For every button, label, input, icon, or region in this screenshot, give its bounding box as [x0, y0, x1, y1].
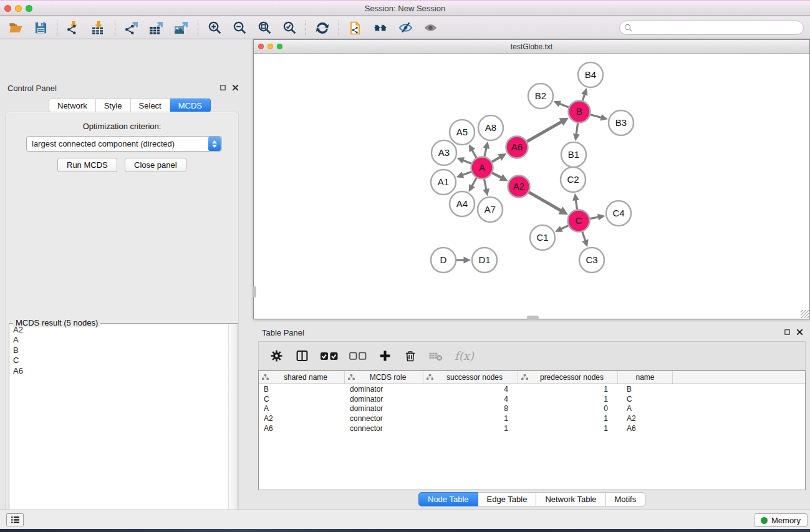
edge-C-C3[interactable] — [582, 232, 586, 242]
network-canvas[interactable]: AA1A2A3A4A5A6A7A8BB1B2B3B4CC1C2C3C4DD1 — [254, 54, 809, 319]
tab-network-table[interactable]: Network Table — [536, 492, 605, 506]
tab-mcds[interactable]: MCDS — [170, 99, 211, 112]
vertical-scrollbar-thumb[interactable] — [253, 286, 256, 297]
graph-node-C1[interactable]: C1 — [530, 225, 555, 250]
zoom-fit-button[interactable] — [254, 18, 275, 38]
result-scrollbar[interactable] — [228, 324, 237, 532]
graph-node-B1[interactable]: B1 — [561, 142, 586, 167]
show-all-button[interactable] — [420, 18, 441, 38]
optimization-criterion-select[interactable]: largest connected component (directed) — [26, 136, 222, 152]
horizontal-scrollbar-thumb[interactable] — [527, 316, 539, 319]
save-session-button[interactable] — [30, 18, 51, 38]
graph-node-D[interactable]: D — [431, 248, 456, 273]
graph-node-A8[interactable]: A8 — [478, 115, 503, 140]
edge-A-A7[interactable] — [485, 179, 486, 190]
delete-column-button[interactable] — [403, 346, 418, 366]
table-row[interactable]: A2connector11A2 — [259, 414, 805, 423]
select-all-checks-button[interactable] — [320, 346, 339, 366]
show-panels-button[interactable] — [6, 513, 24, 526]
graph-node-B4[interactable]: B4 — [578, 62, 603, 87]
result-item[interactable]: A — [13, 335, 228, 345]
edge-A6-B[interactable] — [527, 122, 562, 142]
graph-node-A2[interactable]: A2 — [508, 176, 530, 198]
close-panel-icon[interactable] — [232, 84, 239, 91]
graph-node-A1[interactable]: A1 — [431, 170, 456, 195]
close-panel-button[interactable]: Close panel — [125, 158, 186, 172]
table-options-button[interactable] — [269, 346, 284, 366]
edge-B-B3[interactable] — [591, 115, 602, 118]
export-network-button[interactable] — [121, 18, 142, 38]
add-column-button[interactable] — [377, 346, 392, 366]
result-item[interactable]: A2 — [13, 325, 228, 335]
edge-A-A1[interactable] — [462, 172, 471, 175]
graph-node-D1[interactable]: D1 — [472, 248, 497, 273]
run-mcds-button[interactable]: Run MCDS — [57, 158, 117, 172]
refresh-network-button[interactable] — [312, 18, 333, 38]
graph-node-A[interactable]: A — [471, 157, 493, 179]
tab-edge-table[interactable]: Edge Table — [478, 492, 537, 506]
float-table-panel-icon[interactable] — [784, 329, 791, 336]
import-network-from-file-button[interactable] — [63, 18, 84, 38]
export-table-button[interactable] — [146, 18, 167, 38]
edge-C-C4[interactable] — [590, 217, 599, 219]
graph-node-A5[interactable]: A5 — [450, 120, 475, 145]
graph-node-A6[interactable]: A6 — [506, 137, 528, 158]
graph-node-C2[interactable]: C2 — [561, 167, 586, 192]
edge-B-B2[interactable] — [559, 104, 569, 107]
column-header-MCDS-role[interactable]: MCDS role — [345, 371, 423, 384]
edge-A2-C[interactable] — [529, 192, 562, 211]
deselect-all-checks-button[interactable] — [349, 346, 367, 366]
first-neighbors-button[interactable] — [370, 18, 391, 38]
graph-node-A3[interactable]: A3 — [432, 140, 456, 165]
tab-motifs[interactable]: Motifs — [606, 492, 646, 506]
column-header-predecessor-nodes[interactable]: predecessor nodes — [518, 371, 618, 384]
table-row[interactable]: Cdominator41C — [259, 394, 805, 404]
search-input[interactable] — [634, 22, 803, 34]
tab-select[interactable]: Select — [131, 99, 170, 112]
graph-node-B2[interactable]: B2 — [528, 84, 553, 109]
hide-selected-button[interactable] — [395, 18, 416, 38]
edge-A-A5[interactable] — [471, 149, 476, 157]
graph-node-C4[interactable]: C4 — [606, 201, 631, 226]
search-field[interactable] — [619, 21, 804, 35]
column-header-successor-nodes[interactable]: successor nodes — [423, 371, 518, 384]
edge-A-A2[interactable] — [492, 173, 502, 178]
table-row[interactable]: Adominator80A — [259, 404, 805, 414]
memory-button[interactable]: Memory — [754, 513, 808, 527]
import-table-from-file-button[interactable] — [88, 18, 109, 38]
graph-node-C3[interactable]: C3 — [579, 248, 604, 273]
graph-node-A7[interactable]: A7 — [478, 197, 503, 222]
close-table-panel-icon[interactable] — [796, 329, 803, 336]
table-row[interactable]: Bdominator41B — [259, 384, 805, 394]
graph-node-A4[interactable]: A4 — [450, 191, 475, 216]
graph-node-B3[interactable]: B3 — [609, 110, 634, 135]
tab-node-table[interactable]: Node Table — [418, 492, 478, 506]
mcds-result-list[interactable]: A2ABCA6 — [13, 325, 228, 532]
graph-node-B[interactable]: B — [569, 101, 591, 123]
tab-network[interactable]: Network — [49, 99, 96, 112]
result-item[interactable]: B — [13, 346, 228, 355]
float-panel-icon[interactable] — [219, 84, 226, 91]
tab-style[interactable]: Style — [96, 99, 131, 112]
zoom-out-button[interactable] — [229, 18, 250, 38]
open-file-button[interactable] — [5, 18, 26, 38]
result-item[interactable]: C — [13, 355, 228, 365]
edge-C-C1[interactable] — [561, 226, 569, 230]
edge-A-A4[interactable] — [471, 178, 476, 186]
graph-node-C[interactable]: C — [568, 210, 590, 232]
export-image-button[interactable] — [171, 18, 192, 38]
zoom-in-button[interactable] — [204, 18, 225, 38]
edge-C-C2[interactable] — [576, 199, 577, 209]
zoom-selected-button[interactable] — [279, 18, 300, 38]
edge-A-A8[interactable] — [485, 147, 486, 157]
result-item[interactable]: A6 — [13, 366, 228, 376]
table-row[interactable]: A6connector11A6 — [259, 423, 805, 433]
network-window-titlebar[interactable]: testGlobe.txt — [254, 40, 809, 54]
edge-A-A3[interactable] — [462, 160, 471, 164]
column-header-shared-name[interactable]: shared name — [259, 371, 345, 384]
split-columns-button[interactable] — [294, 346, 309, 366]
column-header-name[interactable]: name — [618, 371, 673, 384]
edge-B-B1[interactable] — [576, 123, 578, 135]
new-network-from-selection-button[interactable] — [345, 18, 366, 38]
edge-A-A6[interactable] — [492, 157, 501, 162]
